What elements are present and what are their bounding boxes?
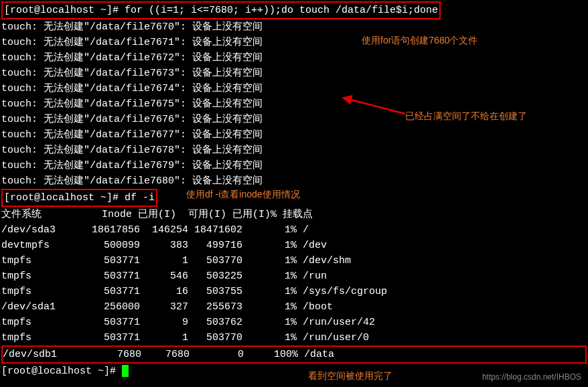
prompt-text: [root@localhost ~]# [1,366,122,377]
df-row: tmpfs 503771 9 503762 1% /run/user/42 [1,315,587,330]
df-header: 文件系统 Inode 已用(I) 可用(I) 已用(I)% 挂载点 [1,207,587,222]
prompt-text: [root@localhost ~]# [4,192,125,204]
df-row: devtmpfs 500099 383 499716 1% /dev [1,238,587,253]
cursor[interactable] [122,365,129,377]
annotation-df-cmd: 使用df -i查看inode使用情况 [186,189,300,201]
command-2: df -i [125,192,155,204]
df-row: tmpfs 503771 1 503770 1% /dev/shm [1,253,587,268]
annotation-for-loop: 使用for语句创建7680个文件 [362,35,477,47]
touch-error-line: touch: 无法创建"/data/file7680": 设备上没有空间 [1,173,587,189]
touch-error-line: touch: 无法创建"/data/file7670": 设备上没有空间 [1,19,587,35]
touch-error-line: touch: 无法创建"/data/file7673": 设备上没有空间 [1,66,587,81]
touch-error-line: touch: 无法创建"/data/file7671": 设备上没有空间 [1,35,587,50]
df-row-highlighted: /dev/sdb1 7680 7680 0 100% /data [1,345,587,364]
touch-error-line: touch: 无法创建"/data/file7674": 设备上没有空间 [1,81,587,96]
touch-error-line: touch: 无法创建"/data/file7677": 设备上没有空间 [1,127,587,143]
df-row: tmpfs 503771 16 503755 1% /sys/fs/cgroup [1,284,587,299]
touch-error-line: touch: 无法创建"/data/file7672": 设备上没有空间 [1,50,587,66]
touch-error-line: touch: 无法创建"/data/file7678": 设备上没有空间 [1,143,587,158]
command-1: for ((i=1; i<=7680; i++));do touch /data… [125,5,438,16]
annotation-used-up: 看到空间被使用完了 [308,370,392,382]
df-row: /dev/sda1 256000 327 255673 1% /boot [1,299,587,315]
df-row: tmpfs 503771 1 503770 1% /run/user/0 [1,330,587,345]
touch-error-line: touch: 无法创建"/data/file7679": 设备上没有空间 [1,158,587,173]
prompt-text: [root@localhost ~]# [4,5,125,16]
command-line-1: [root@localhost ~]# for ((i=1; i<=7680; … [1,1,587,19]
touch-error-line: touch: 无法创建"/data/file7675": 设备上没有空间 [1,96,587,112]
df-row: tmpfs 503771 546 503225 1% /run [1,268,587,284]
watermark-text: https://blog.csdn.net/IHBOS [482,372,581,382]
annotation-space-full: 已经占满空间了不给在创建了 [405,110,527,123]
df-row: /dev/sda3 18617856 146254 18471602 1% / [1,222,587,238]
